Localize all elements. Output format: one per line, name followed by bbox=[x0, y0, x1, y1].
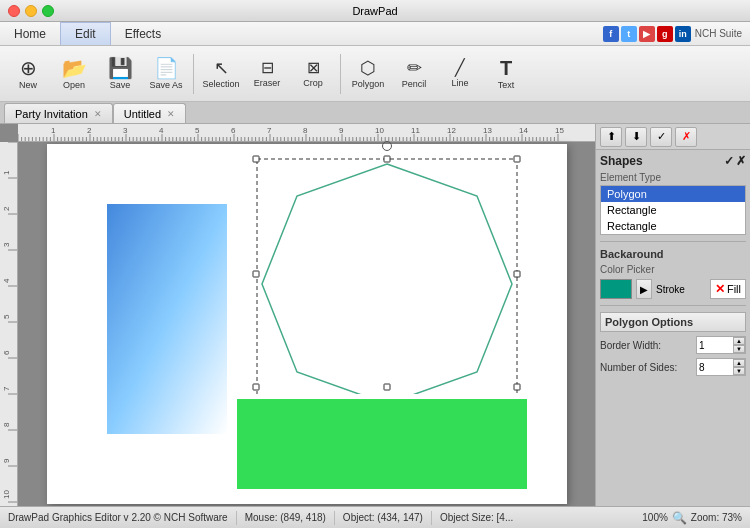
polygon-shape[interactable] bbox=[242, 154, 532, 394]
stroke-label: Stroke bbox=[656, 284, 685, 295]
maximize-button[interactable] bbox=[42, 5, 54, 17]
rect-green[interactable] bbox=[237, 399, 527, 489]
handle-tm[interactable] bbox=[383, 155, 390, 162]
toolbar-sep-1 bbox=[193, 54, 194, 94]
zoom-value: Zoom: 73% bbox=[691, 512, 742, 523]
handle-bl[interactable] bbox=[253, 383, 260, 390]
num-sides-field[interactable] bbox=[697, 359, 733, 375]
toolbar: ⊕ New 📂 Open 💾 Save 📄 Save As ↖ Selectio… bbox=[0, 46, 750, 102]
num-sides-input[interactable]: ▲ ▼ bbox=[696, 358, 746, 376]
zoom-percent: 100% bbox=[642, 512, 668, 523]
selection-icon: ↖ bbox=[214, 59, 229, 77]
num-sides-stepper: ▲ ▼ bbox=[733, 359, 745, 375]
canvas-background[interactable] bbox=[18, 142, 595, 506]
shapes-title: Shapes ✓ ✗ bbox=[600, 154, 746, 168]
titlebar: DrawPad bbox=[0, 0, 750, 22]
handle-br[interactable] bbox=[514, 383, 521, 390]
menu-home[interactable]: Home bbox=[0, 22, 60, 45]
panel-btn-up[interactable]: ⬆ bbox=[600, 127, 622, 147]
crop-icon: ⊠ bbox=[307, 60, 320, 76]
app-title: DrawPad bbox=[352, 5, 397, 17]
panel-btn-down[interactable]: ⬇ bbox=[625, 127, 647, 147]
close-tab-party[interactable]: ✕ bbox=[94, 109, 102, 119]
svg-marker-0 bbox=[262, 164, 512, 394]
close-button[interactable] bbox=[8, 5, 20, 17]
stroke-swatch[interactable] bbox=[600, 279, 632, 299]
tab-party-invitation[interactable]: Party Invitation ✕ bbox=[4, 103, 113, 123]
tool-pencil[interactable]: ✏ Pencil bbox=[392, 50, 436, 98]
nch-icon-fb[interactable]: f bbox=[603, 26, 619, 42]
minimize-button[interactable] bbox=[25, 5, 37, 17]
tool-polygon[interactable]: ⬡ Polygon bbox=[346, 50, 390, 98]
border-width-label: Border Width: bbox=[600, 340, 661, 351]
panel-toolbar: ⬆ ⬇ ✓ ✗ bbox=[596, 124, 750, 150]
handle-tl[interactable] bbox=[253, 155, 260, 162]
save-icon: 💾 bbox=[108, 58, 133, 78]
status-sep-3 bbox=[431, 511, 432, 525]
tool-open[interactable]: 📂 Open bbox=[52, 50, 96, 98]
shapes-item-rect2[interactable]: Rectangle bbox=[601, 218, 745, 234]
zoom-out-btn[interactable]: 🔍 bbox=[672, 511, 687, 525]
element-type-label: Element Type bbox=[600, 172, 746, 183]
canvas-area[interactable] bbox=[0, 124, 595, 506]
svg-rect-1 bbox=[257, 159, 517, 394]
canvas-paper[interactable] bbox=[47, 144, 567, 504]
status-sep-1 bbox=[236, 511, 237, 525]
nch-icon-g[interactable]: g bbox=[657, 26, 673, 42]
tool-text[interactable]: T Text bbox=[484, 50, 528, 98]
handle-ml[interactable] bbox=[253, 271, 260, 278]
tool-new[interactable]: ⊕ New bbox=[6, 50, 50, 98]
background-title: Backaround bbox=[600, 248, 746, 260]
tool-line[interactable]: ╱ Line bbox=[438, 50, 482, 98]
handle-tr[interactable] bbox=[514, 155, 521, 162]
num-sides-up[interactable]: ▲ bbox=[733, 359, 745, 367]
fill-x-icon: ✕ bbox=[715, 282, 725, 296]
handle-mr[interactable] bbox=[514, 271, 521, 278]
new-icon: ⊕ bbox=[20, 58, 37, 78]
menu-effects[interactable]: Effects bbox=[111, 22, 175, 45]
ruler-horizontal bbox=[18, 124, 595, 142]
statusbar: DrawPad Graphics Editor v 2.20 © NCH Sof… bbox=[0, 506, 750, 528]
shapes-item-polygon[interactable]: Polygon bbox=[601, 186, 745, 202]
status-object: Object: (434, 147) bbox=[343, 512, 423, 523]
shapes-list: Polygon Rectangle Rectangle bbox=[600, 185, 746, 235]
eraser-icon: ⊟ bbox=[261, 60, 274, 76]
nch-icon-in[interactable]: in bbox=[675, 26, 691, 42]
zoom-control: 100% 🔍 Zoom: 73% bbox=[642, 511, 742, 525]
close-tab-untitled[interactable]: ✕ bbox=[167, 109, 175, 119]
status-sep-2 bbox=[334, 511, 335, 525]
fill-button[interactable]: ✕ Fill bbox=[710, 279, 746, 299]
panel-btn-check[interactable]: ✓ bbox=[650, 127, 672, 147]
rect-blue[interactable] bbox=[107, 204, 227, 434]
nch-suite-label: NCH Suite bbox=[695, 28, 742, 39]
handle-rotate[interactable] bbox=[382, 141, 392, 151]
tab-untitled[interactable]: Untitled ✕ bbox=[113, 103, 186, 123]
num-sides-down[interactable]: ▼ bbox=[733, 367, 745, 375]
handle-bm[interactable] bbox=[383, 383, 390, 390]
color-picker-label: Color Picker bbox=[600, 264, 746, 275]
shapes-check[interactable]: ✓ bbox=[724, 154, 734, 168]
tool-eraser[interactable]: ⊟ Eraser bbox=[245, 50, 289, 98]
nch-icon-yt[interactable]: ▶ bbox=[639, 26, 655, 42]
pencil-icon: ✏ bbox=[407, 59, 422, 77]
divider-1 bbox=[600, 241, 746, 242]
border-width-input[interactable]: ▲ ▼ bbox=[696, 336, 746, 354]
border-width-down[interactable]: ▼ bbox=[733, 345, 745, 353]
polygon-options-title: Polygon Options bbox=[600, 312, 746, 332]
stroke-arrow[interactable]: ▶ bbox=[636, 279, 652, 299]
tool-selection[interactable]: ↖ Selection bbox=[199, 50, 243, 98]
tool-save-as[interactable]: 📄 Save As bbox=[144, 50, 188, 98]
nch-icon-tw[interactable]: t bbox=[621, 26, 637, 42]
shapes-item-rect1[interactable]: Rectangle bbox=[601, 202, 745, 218]
shapes-x[interactable]: ✗ bbox=[736, 154, 746, 168]
tool-save[interactable]: 💾 Save bbox=[98, 50, 142, 98]
border-width-up[interactable]: ▲ bbox=[733, 337, 745, 345]
main-area: ⬆ ⬇ ✓ ✗ Shapes ✓ ✗ Element Type Polygon … bbox=[0, 124, 750, 506]
menu-edit[interactable]: Edit bbox=[60, 22, 111, 45]
ruler-vertical bbox=[0, 142, 18, 506]
tool-crop[interactable]: ⊠ Crop bbox=[291, 50, 335, 98]
border-width-field[interactable] bbox=[697, 337, 733, 353]
right-panel: ⬆ ⬇ ✓ ✗ Shapes ✓ ✗ Element Type Polygon … bbox=[595, 124, 750, 506]
num-sides-label: Number of Sides: bbox=[600, 362, 677, 373]
panel-btn-x[interactable]: ✗ bbox=[675, 127, 697, 147]
